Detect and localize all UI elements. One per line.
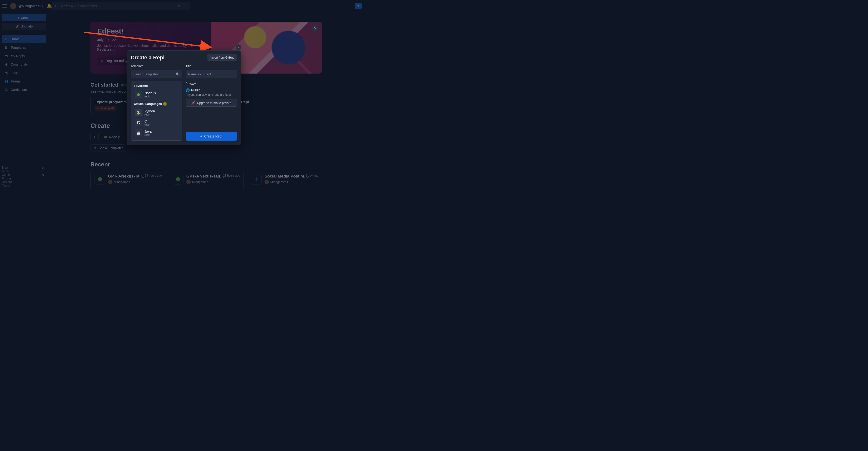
recent-card[interactable]: 1 day ago⚛Social Media Post M…Mindgames1…: [247, 171, 322, 189]
username[interactable]: @Mindgames1: [18, 4, 41, 8]
recent-time: 23 hours ago: [145, 174, 162, 177]
register-label: Register today: [105, 59, 127, 63]
nav-icon: 🗎: [4, 46, 8, 50]
recent-author: Mindgames1: [114, 180, 132, 184]
template-chip-nodejs[interactable]: ⬢ Node.js: [101, 133, 123, 141]
add-template-button[interactable]: +: [90, 133, 99, 141]
template-search-input[interactable]: Search Templates 🔍: [131, 70, 182, 79]
nav-icon: 🗀: [4, 54, 8, 58]
nav-icon: 👥: [4, 79, 8, 83]
c-icon: C: [135, 119, 142, 126]
sidebar-item-home[interactable]: ⌂Home: [2, 35, 46, 43]
recent-card[interactable]: 23 hours ago⬢GPT-3-Nextjs-Tail…Mindgames…: [90, 171, 165, 189]
chevron-down-icon[interactable]: ▾: [42, 5, 43, 7]
template-c[interactable]: CCreplit: [133, 118, 180, 128]
footer-link-terms[interactable]: Terms: [2, 184, 12, 187]
nodejs-icon: ⬢: [104, 135, 107, 139]
upgrade-private-label: Upgrade to make private: [197, 101, 231, 105]
footer-link-pricing[interactable]: Pricing: [2, 177, 12, 180]
template-author: replit: [145, 95, 156, 98]
hamburger-icon[interactable]: [2, 4, 7, 8]
verified-badge-icon: ✓: [163, 102, 166, 106]
recent-name: GPT-3-Nextjs-Tail…: [186, 174, 224, 179]
register-button[interactable]: ↗ Register today: [97, 57, 131, 65]
template-author: replit: [145, 113, 155, 116]
python-icon: 🐍: [135, 109, 142, 116]
nav-icon: 🕮: [4, 88, 8, 92]
footer-link-blog[interactable]: Blog: [2, 166, 12, 169]
plus-icon: +: [18, 16, 20, 20]
create-repl-button[interactable]: + Create Repl: [186, 132, 237, 141]
template-author: replit: [145, 123, 150, 126]
sidebar-item-community[interactable]: ⊕Community: [2, 60, 46, 68]
privacy-value: 🌐 Public: [186, 88, 237, 92]
modal-title: Create a Repl: [131, 55, 165, 61]
favorites-header: Favorites: [134, 84, 180, 88]
template-java[interactable]: ☕Javareplit: [133, 128, 180, 138]
create-repl-label: Create Repl: [204, 134, 222, 138]
new-button[interactable]: +: [355, 3, 362, 9]
nav-label: Community: [10, 62, 28, 66]
template-search-placeholder: Search Templates: [133, 72, 158, 76]
template-panel: Favorites ⬢Node.jsreplit Official Langua…: [131, 81, 182, 141]
repl-title-input[interactable]: Name your Repl: [186, 70, 237, 79]
nav-label: My Repls: [10, 54, 25, 58]
nav-label: Curriculum: [10, 88, 27, 92]
sidebar-item-my-repls[interactable]: 🗀My Repls: [2, 52, 46, 60]
footer-links: BlogAboutCareersPricingDiscordTerms: [2, 166, 12, 187]
react-icon: ⚛: [251, 174, 261, 184]
banner-close-button[interactable]: ✕: [312, 25, 318, 31]
recent-card[interactable]: 23 hours ago⬢GPT-3-Nextjs-Tail…Mindgames…: [169, 171, 244, 189]
import-github-button[interactable]: Import from GitHub: [207, 55, 237, 61]
recent-name: Social Media Post M…: [265, 174, 308, 179]
create-label: Create: [21, 16, 30, 20]
template-python[interactable]: 🐍Pythonreplit: [133, 108, 180, 118]
template-name: Node.js: [145, 91, 156, 95]
topbar: @Mindgames1 ▾ 🔔 ✦ Search & run commands …: [0, 0, 364, 12]
recent-desc: Simple boilerplate starter for GPT-3, Ne…: [94, 188, 161, 189]
footer-link-discord[interactable]: Discord: [2, 180, 12, 184]
footer-link-careers[interactable]: Careers: [2, 173, 12, 177]
globe-icon: 🌐: [186, 88, 190, 92]
title-placeholder: Name your Repl: [188, 72, 211, 76]
nav-label: Home: [10, 37, 20, 41]
search-bar[interactable]: ✦ Search & run commands ⌘ K: [52, 2, 190, 10]
upgrade-button[interactable]: 🚀 Upgrade: [2, 23, 46, 30]
node-icon: ⬢: [135, 91, 142, 98]
recent-time: 1 day ago: [306, 174, 318, 177]
avatar: [186, 180, 191, 184]
avatar[interactable]: [10, 3, 17, 9]
java-icon: ☕: [135, 129, 142, 137]
bell-icon[interactable]: 🔔: [46, 3, 52, 9]
nav-label: Learn: [10, 71, 19, 75]
see-all-templates-button[interactable]: 🗎 See all Templates: [90, 145, 126, 151]
sidebar-item-learn[interactable]: ◔Learn: [2, 68, 46, 77]
upgrade-private-button[interactable]: 🚀 Upgrade to make private: [186, 99, 237, 107]
footer-link-about[interactable]: About: [2, 170, 12, 173]
recent-desc: Simple boilerplate starter for GPT-3, Ne…: [173, 188, 240, 189]
sidebar-item-curriculum[interactable]: 🕮Curriculum: [2, 85, 46, 94]
privacy-value-label: Public: [191, 88, 200, 92]
hint-close-button[interactable]: ✕: [236, 44, 241, 50]
template-label: Template: [131, 64, 182, 68]
create-button[interactable]: + Create: [2, 14, 46, 21]
help-icon[interactable]: ?: [42, 174, 44, 178]
sidebar: + Create 🚀 Upgrade ⌂Home🗎Templates🗀My Re…: [0, 12, 48, 189]
recent-title: Recent: [90, 161, 322, 168]
recent-desc: No description: [251, 188, 318, 189]
node-icon: ⬢: [173, 174, 184, 184]
upgrade-label: Upgrade: [21, 25, 33, 28]
kbd-cmd: ⌘: [176, 4, 182, 8]
theme-icon[interactable]: ☀: [41, 166, 44, 171]
template-node-js[interactable]: ⬢Node.jsreplit: [133, 89, 180, 100]
node-icon: ⬢: [94, 174, 105, 184]
sidebar-item-templates[interactable]: 🗎Templates: [2, 43, 46, 52]
search-icon: 🔍: [176, 72, 180, 76]
sidebar-item-teams[interactable]: 👥Teams: [2, 77, 46, 85]
official-header: Official Languages ✓: [134, 102, 180, 106]
template-author: replit: [145, 133, 152, 136]
privacy-desc: Anyone can view and fork this Repl.: [186, 93, 237, 96]
privacy-label: Privacy: [186, 82, 237, 85]
recent-time: 23 hours ago: [223, 174, 240, 177]
check-icon: ✓: [96, 107, 99, 110]
